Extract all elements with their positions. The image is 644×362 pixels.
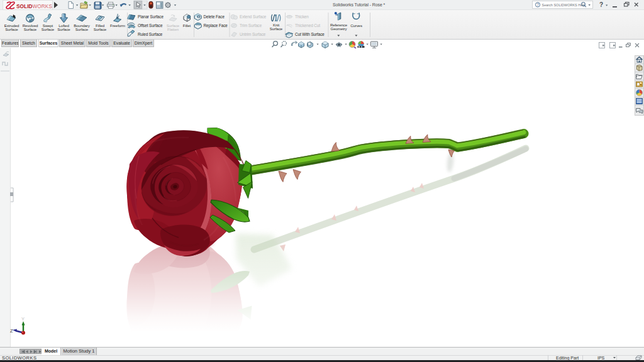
- svg-text:?: ?: [536, 3, 539, 7]
- svg-text:Search SOLIDWORKS Help: Search SOLIDWORKS Help: [542, 3, 586, 7]
- svg-text:Y: Y: [21, 316, 25, 322]
- svg-text:?: ?: [599, 1, 603, 8]
- svg-text:SOLIDWORKS: SOLIDWORKS: [16, 4, 52, 9]
- svg-text:Z: Z: [10, 328, 13, 334]
